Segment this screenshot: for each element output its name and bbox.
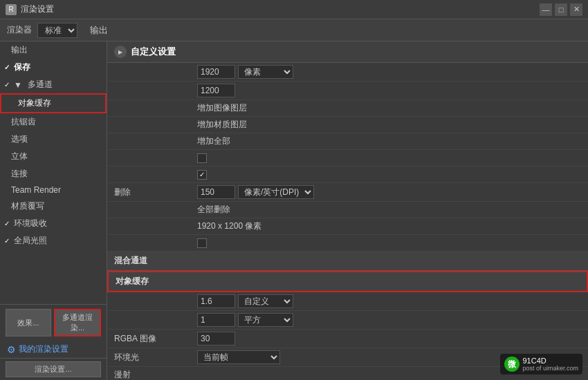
delete-label: 删除	[114, 187, 197, 198]
renderer-settings-button[interactable]: 渲染设置...	[6, 361, 101, 377]
delete-row: 删除 像素/英寸(DPI)	[107, 183, 588, 202]
add-all-label: 增加全部	[197, 135, 230, 147]
wechat-icon: 微	[504, 357, 520, 372]
panel-header: ▶ 自定义设置	[107, 41, 588, 63]
resolution-text-row: 1920 x 1200 像素	[107, 218, 588, 235]
sidebar-item-object-buffer[interactable]: 对象缓存	[0, 93, 107, 113]
main-container: 渲染器 标准 输出 输出 保存 ▼ 多通道 对象缓存 抗锯齿	[0, 19, 588, 380]
sidebar: 输出 保存 ▼ 多通道 对象缓存 抗锯齿 选项 立体 连接	[0, 41, 107, 380]
minimize-button[interactable]: —	[540, 3, 552, 16]
object-buffer-value-row: 自定义	[107, 292, 588, 311]
content-area: 输出 保存 ▼ 多通道 对象缓存 抗锯齿 选项 立体 连接	[0, 41, 588, 380]
delete-all-text: 全部删除	[197, 204, 230, 216]
watermark: 微 91C4D post of uimaker.com	[500, 354, 582, 374]
top-bar: 渲染器 标准 输出	[0, 19, 588, 41]
sidebar-item-anti-aliasing[interactable]: 抗锯齿	[0, 113, 107, 131]
square-row: 平方	[107, 311, 588, 330]
multi-pass-button[interactable]: 多通道渲染...	[54, 309, 101, 336]
rgba-value-input[interactable]	[197, 332, 235, 345]
delete-all-row: 全部删除	[107, 202, 588, 218]
dpi-input[interactable]	[197, 185, 235, 199]
sidebar-item-material-override[interactable]: 材质覆写	[0, 198, 107, 215]
width-row: 像素	[107, 63, 588, 82]
maximize-button[interactable]: □	[555, 3, 567, 16]
add-image-layer-row: 增加图像图层	[107, 100, 588, 117]
play-button[interactable]: ▶	[114, 46, 127, 58]
close-button[interactable]: ✕	[570, 3, 582, 16]
window-title: 渲染设置	[21, 3, 540, 15]
watermark-text: 91C4D	[522, 357, 578, 365]
main-panel: ▶ 自定义设置 像素	[107, 41, 588, 380]
mixed-channel-section: 混合通道	[107, 251, 588, 271]
sidebar-item-stereo[interactable]: 立体	[0, 148, 107, 165]
add-all-row: 增加全部	[107, 133, 588, 150]
width-input[interactable]	[197, 65, 235, 79]
my-settings-label: 我的渲染设置	[19, 343, 68, 355]
window-controls: — □ ✕	[540, 3, 582, 16]
sidebar-buttons: 效果... 多通道渲染...	[0, 304, 107, 341]
checkbox-1[interactable]	[197, 153, 207, 163]
rgba-label: RGBA 图像	[114, 333, 197, 345]
checkbox-3[interactable]	[197, 238, 207, 248]
sidebar-item-save[interactable]: 保存	[0, 59, 107, 76]
title-bar: R 渲染设置 — □ ✕	[0, 0, 588, 19]
current-frame-select[interactable]: 当前帧	[197, 350, 280, 364]
square-unit-select[interactable]: 平方	[238, 313, 293, 327]
sidebar-item-ambient-occlusion[interactable]: 环境吸收	[0, 215, 107, 232]
renderer-select[interactable]: 标准	[37, 23, 77, 38]
custom-settings-label: 自定义设置	[131, 46, 176, 58]
add-material-layer-row: 增加材质图层	[107, 117, 588, 133]
sidebar-item-connect[interactable]: 连接	[0, 165, 107, 182]
checkbox-row-3	[107, 235, 588, 251]
my-settings-link[interactable]: ⚙ 我的渲染设置	[0, 341, 107, 358]
sidebar-item-global-illumination[interactable]: 全局光照	[0, 232, 107, 249]
height-input[interactable]	[197, 84, 235, 97]
object-buffer-value-input[interactable]	[197, 294, 235, 308]
resolution-text: 1920 x 1200 像素	[197, 220, 261, 232]
checkbox-row-2	[107, 167, 588, 183]
window-icon: R	[6, 4, 17, 15]
width-unit-select[interactable]: 像素	[238, 65, 293, 79]
add-image-layer-label: 增加图像图层	[197, 102, 247, 114]
sidebar-item-options[interactable]: 选项	[0, 131, 107, 148]
rgba-row: RGBA 图像	[107, 330, 588, 348]
sidebar-item-multi-channel[interactable]: ▼ 多通道	[0, 76, 107, 93]
height-row	[107, 82, 588, 100]
dpi-unit-select[interactable]: 像素/英寸(DPI)	[238, 185, 314, 199]
square-value-input[interactable]	[197, 313, 235, 327]
add-material-layer-label: 增加材质图层	[197, 119, 247, 131]
watermark-subtext: post of uimaker.com	[522, 365, 578, 372]
object-buffer-unit-select[interactable]: 自定义	[238, 294, 293, 308]
sidebar-item-team-render[interactable]: Team Render	[0, 182, 107, 198]
object-buffer-section: 对象缓存	[107, 271, 588, 292]
renderer-label: 渲染器	[7, 24, 32, 36]
effects-button[interactable]: 效果...	[6, 309, 51, 336]
sidebar-item-output[interactable]: 输出	[0, 41, 107, 59]
diffuse-label: 漫射	[114, 369, 197, 380]
output-tab[interactable]: 输出	[90, 24, 108, 37]
ambient-light-label: 环境光	[114, 352, 197, 363]
checkbox-2[interactable]	[197, 170, 207, 180]
checkbox-row-1	[107, 150, 588, 167]
